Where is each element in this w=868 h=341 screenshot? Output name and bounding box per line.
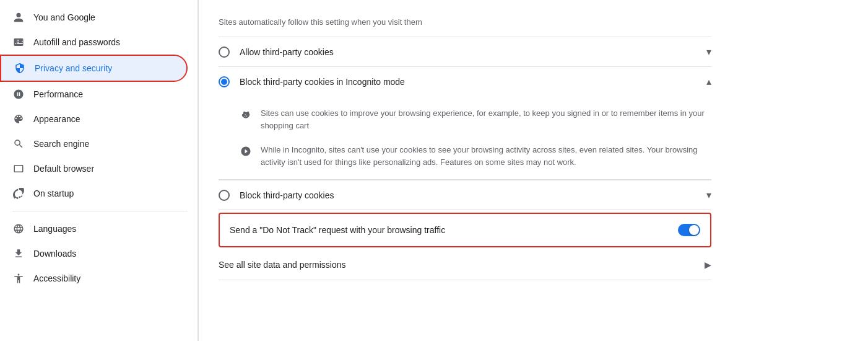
block-all-chevron-icon: ▾ [706,189,711,201]
sidebar-item-label: Accessibility [33,273,80,283]
sidebar-item-autofill[interactable]: Autofill and passwords [0,30,188,55]
sidebar-item-appearance[interactable]: Appearance [0,107,188,131]
expanded-row-1: Sites can use cookies to improve your br… [240,101,711,138]
allow-option-label: Allow third-party cookies [240,47,697,57]
site-data-row[interactable]: See all site data and permissions ▶ [219,250,711,280]
sidebar-item-you-and-google[interactable]: You and Google [0,5,188,30]
sidebar-item-label: Languages [33,224,76,234]
block-all-option[interactable]: Block third-party cookies ▾ [219,180,711,210]
sidebar-item-privacy[interactable]: Privacy and security [0,55,188,82]
cookie-icon [240,108,252,121]
main-content: Sites automatically follow this setting … [199,0,868,341]
download-icon [12,247,25,260]
sidebar-item-label: Appearance [33,114,80,124]
sidebar-item-label: Search engine [33,139,89,149]
dnt-toggle[interactable] [678,224,700,236]
sidebar-item-downloads[interactable]: Downloads [0,241,188,266]
sidebar-item-label: Performance [33,89,83,99]
sidebar: You and Google Autofill and passwords Pr… [0,0,198,341]
top-description: Sites automatically follow this setting … [219,10,711,37]
expanded-content: Sites can use cookies to improve your br… [219,96,711,180]
startup-icon [12,187,25,200]
sidebar-item-label: On startup [33,188,74,198]
palette-icon [12,113,25,125]
globe-icon [12,223,25,235]
search-icon [12,138,25,150]
expanded-text-2: While in Incognito, sites can't use your… [261,144,711,168]
allow-third-party-option[interactable]: Allow third-party cookies ▾ [219,37,711,67]
incognito-option-label: Block third-party cookies in Incognito m… [240,77,697,87]
block-all-radio[interactable] [219,190,230,201]
sidebar-item-label: Autofill and passwords [33,37,120,47]
block-incognito-section: Block third-party cookies in Incognito m… [219,67,711,180]
sidebar-item-accessibility[interactable]: Accessibility [0,266,188,291]
block-incognito-option[interactable]: Block third-party cookies in Incognito m… [219,67,711,96]
site-data-label: See all site data and permissions [219,260,705,270]
expanded-text-1: Sites can use cookies to improve your br… [261,107,711,131]
sidebar-item-languages[interactable]: Languages [0,216,188,241]
sidebar-divider [12,211,188,211]
incognito-radio[interactable] [219,76,230,87]
expanded-row-2: While in Incognito, sites can't use your… [240,138,711,174]
allow-chevron-icon: ▾ [706,46,711,58]
arrow-right-icon: ▶ [705,260,711,270]
incognito-chevron-icon: ▴ [706,76,711,87]
sidebar-item-label: Privacy and security [35,63,112,73]
block-all-option-label: Block third-party cookies [240,190,697,200]
sidebar-item-on-startup[interactable]: On startup [0,181,188,206]
sidebar-item-default-browser[interactable]: Default browser [0,156,188,181]
allow-radio[interactable] [219,46,230,58]
person-icon [12,11,25,24]
sidebar-item-label: Default browser [33,164,94,174]
sidebar-item-label: Downloads [33,249,76,259]
shield-icon [14,62,26,74]
sidebar-item-performance[interactable]: Performance [0,82,188,107]
performance-icon [12,88,25,100]
dnt-label: Send a "Do Not Track" request with your … [230,225,678,235]
block-icon [240,145,252,157]
dnt-row[interactable]: Send a "Do Not Track" request with your … [219,213,711,247]
browser-icon [12,162,25,175]
sidebar-item-label: You and Google [33,12,95,22]
accessibility-icon [12,272,25,285]
autofill-icon [12,36,25,48]
sidebar-item-search-engine[interactable]: Search engine [0,131,188,156]
